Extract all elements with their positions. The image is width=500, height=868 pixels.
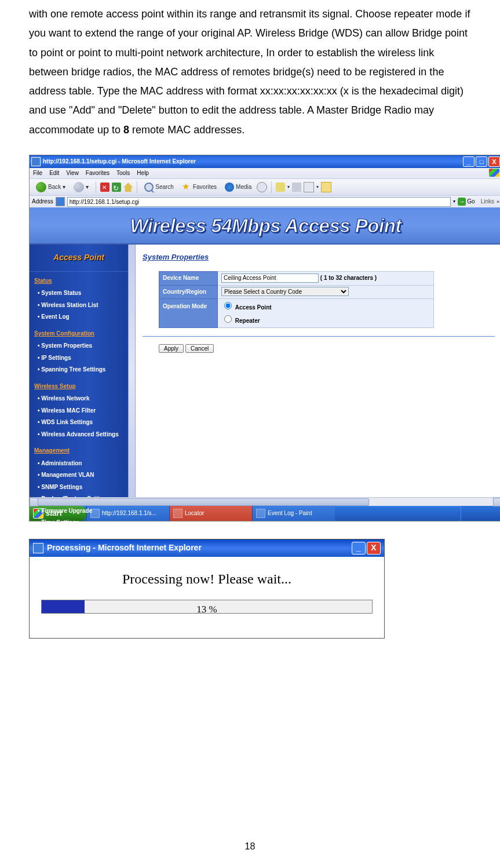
nav-wireless-station-list[interactable]: Wireless Station List: [30, 300, 128, 312]
country-select[interactable]: Please Select a Country Code: [221, 287, 349, 296]
document-paragraph: with one remote access point within its …: [29, 0, 471, 140]
menu-help[interactable]: Help: [137, 168, 149, 179]
processing-message: Processing now! Please wait...: [41, 566, 373, 592]
ie-window-screenshot: http://192.168.1.1/setup.cgi - Microsoft…: [29, 155, 500, 521]
bold-number: 8: [123, 124, 129, 136]
menu-edit[interactable]: Edit: [49, 168, 59, 179]
paint-icon: [256, 509, 265, 518]
discuss-icon[interactable]: [321, 182, 331, 192]
search-button[interactable]: Search: [141, 181, 177, 194]
refresh-icon[interactable]: [112, 183, 121, 192]
nav-wireless-network[interactable]: Wireless Network: [30, 393, 128, 405]
links-label[interactable]: Links: [481, 196, 494, 207]
para-tail: remote MAC addresses.: [129, 124, 244, 136]
nav-administration[interactable]: Administration: [30, 458, 128, 470]
window-title: http://192.168.1.1/setup.cgi - Microsoft…: [43, 156, 196, 167]
maximize-button[interactable]: □: [476, 156, 487, 167]
nav-spanning-tree[interactable]: Spanning Tree Settings: [30, 364, 128, 376]
windows-flag-icon: [489, 169, 499, 177]
nav-snmp-settings[interactable]: SNMP Settings: [30, 482, 128, 494]
cancel-button[interactable]: Cancel: [185, 344, 214, 353]
para-text: with one remote access point within its …: [29, 8, 470, 136]
system-tray[interactable]: [461, 506, 500, 521]
divider: [143, 336, 495, 337]
menu-bar: File Edit View Favorites Tools Help: [30, 168, 500, 178]
progress-bar: 13 %: [41, 600, 373, 614]
radio-repeater[interactable]: Repeater: [221, 318, 260, 324]
horizontal-scrollbar[interactable]: [30, 497, 500, 506]
print-icon[interactable]: [292, 183, 301, 192]
edit-icon[interactable]: [304, 182, 314, 192]
menu-favorites[interactable]: Favorites: [86, 168, 110, 179]
apply-button[interactable]: Apply: [159, 344, 184, 353]
menu-file[interactable]: File: [33, 168, 42, 179]
progress-percent: 13 %: [42, 600, 372, 618]
nav-time-settings[interactable]: Time Settings: [30, 517, 128, 529]
window-titlebar: http://192.168.1.1/setup.cgi - Microsoft…: [30, 155, 500, 168]
nav-group-management: Management: [30, 444, 128, 458]
nav-wireless-mac-filter[interactable]: Wireless MAC Filter: [30, 405, 128, 417]
ie-icon: [31, 157, 41, 166]
minimize-button[interactable]: _: [463, 156, 475, 167]
section-title: System Properties: [143, 248, 495, 265]
device-name-note: ( 1 to 32 characters ): [320, 275, 377, 281]
nav-event-log[interactable]: Event Log: [30, 311, 128, 323]
task-item-paint[interactable]: Event Log - Paint: [252, 506, 335, 521]
ie-icon: [33, 543, 43, 553]
mail-icon[interactable]: [276, 183, 285, 192]
nav-group-system-config: System Configuration: [30, 327, 128, 341]
address-bar: Address ▾ →Go Links »: [30, 195, 500, 207]
nav-system-status[interactable]: System Status: [30, 287, 128, 300]
label-country: Country/Region: [159, 285, 218, 299]
favorites-button[interactable]: ★Favorites: [179, 181, 220, 194]
history-icon[interactable]: [257, 182, 267, 192]
radio-access-point[interactable]: Access Point: [221, 304, 272, 311]
nav-management-vlan[interactable]: Management VLAN: [30, 469, 128, 482]
back-button[interactable]: Back ▾: [33, 181, 68, 194]
scroll-thumb[interactable]: [38, 498, 369, 506]
address-label: Address: [32, 196, 53, 207]
close-button[interactable]: X: [367, 542, 381, 555]
close-button[interactable]: X: [488, 156, 500, 167]
popup-body: Processing now! Please wait... 13 %: [30, 557, 384, 638]
nav-group-wireless-setup: Wireless Setup: [30, 380, 128, 393]
page-banner: Wireless 54Mbps Access Point: [30, 207, 500, 245]
forward-button[interactable]: ▾: [71, 181, 92, 194]
task-item-locator[interactable]: Locator: [169, 506, 252, 521]
label-device-name: Device Name: [159, 272, 218, 286]
nav-group-status: Status: [30, 274, 128, 288]
home-icon[interactable]: [123, 183, 133, 192]
address-input[interactable]: [67, 197, 451, 207]
main-panel: System Properties Device Name ( 1 to 32 …: [136, 245, 500, 497]
media-button[interactable]: Media: [222, 181, 254, 194]
go-button[interactable]: →Go: [458, 196, 475, 207]
scroll-right-icon[interactable]: [493, 498, 500, 506]
stop-icon[interactable]: [100, 183, 110, 192]
label-opmode: Operation Mode: [159, 299, 218, 328]
sidebar-header: Access Point: [30, 247, 128, 272]
banner-title: Wireless 54Mbps Access Point: [130, 208, 402, 243]
sidebar: Access Point Status System Status Wirele…: [30, 245, 128, 497]
content-area: Access Point Status System Status Wirele…: [30, 245, 500, 497]
popup-title: Processing - Microsoft Internet Explorer: [47, 541, 202, 556]
minimize-button[interactable]: _: [352, 542, 366, 555]
nav-wds-link[interactable]: WDS Link Settings: [30, 417, 128, 429]
device-name-input[interactable]: [221, 273, 319, 283]
scroll-left-icon[interactable]: [30, 498, 38, 506]
menu-view[interactable]: View: [66, 168, 79, 179]
locator-icon: [173, 509, 183, 518]
toolbar: Back ▾ ▾ Search ★Favorites Media ▾ ▾: [30, 178, 500, 195]
nav-firmware-upgrade[interactable]: Firmware Upgrade: [30, 505, 128, 517]
page-number: 18: [0, 838, 500, 855]
popup-titlebar: Processing - Microsoft Internet Explorer…: [30, 539, 384, 557]
processing-popup: Processing - Microsoft Internet Explorer…: [29, 539, 385, 639]
form-table: Device Name ( 1 to 32 characters ) Count…: [159, 271, 434, 328]
nav-system-properties[interactable]: System Properties: [30, 340, 128, 352]
page-icon: [56, 197, 65, 206]
menu-tools[interactable]: Tools: [116, 168, 130, 179]
splitter[interactable]: [128, 245, 136, 497]
nav-ip-settings[interactable]: IP Settings: [30, 352, 128, 364]
nav-wireless-advanced[interactable]: Wireless Advanced Settings: [30, 429, 128, 441]
